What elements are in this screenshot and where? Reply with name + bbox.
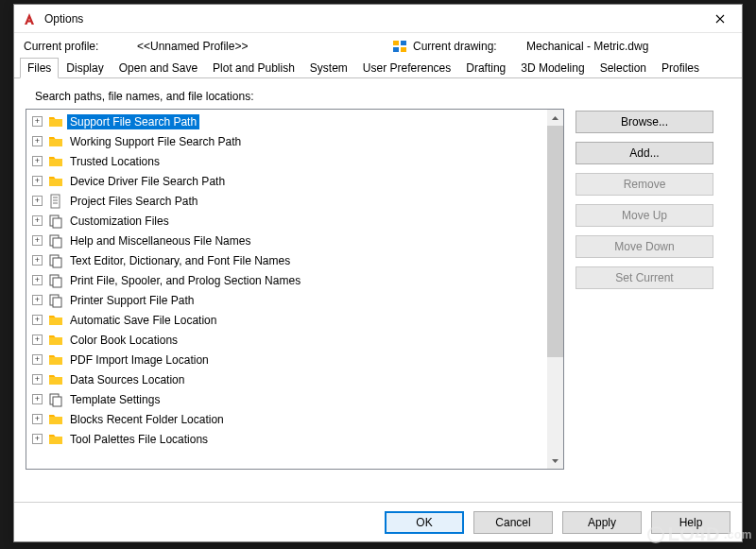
tab-drafting[interactable]: Drafting (458, 58, 513, 77)
expand-toggle[interactable]: + (32, 156, 43, 166)
tree-item-label: Printer Support File Path (67, 293, 197, 308)
tree-item[interactable]: +Help and Miscellaneous File Names (28, 231, 563, 250)
expand-toggle[interactable]: + (32, 374, 43, 385)
svg-rect-3 (401, 47, 406, 52)
tree-view[interactable]: +Support File Search Path+Working Suppor… (26, 109, 564, 470)
tree-item[interactable]: +Text Editor, Dictionary, and Font File … (28, 250, 563, 270)
tree-item[interactable]: +Printer Support File Path (28, 290, 563, 310)
expand-toggle[interactable]: + (32, 295, 43, 305)
folder-icon (48, 134, 63, 149)
tab-open-and-save[interactable]: Open and Save (112, 58, 205, 77)
tree-item[interactable]: +Customization Files (28, 211, 563, 231)
folder-icon (48, 372, 63, 387)
tree-item-label: Automatic Save File Location (67, 313, 219, 328)
header: Current profile: <<Unnamed Profile>> Cur… (14, 33, 742, 58)
tree-item-label: Blocks Recent Folder Location (67, 412, 227, 427)
expand-toggle[interactable]: + (32, 414, 43, 424)
tree-item[interactable]: +Tool Palettes File Locations (28, 429, 563, 449)
folder-icon (48, 432, 63, 447)
tree-item[interactable]: +Print File, Spooler, and Prolog Section… (28, 270, 563, 290)
tab-bar: FilesDisplayOpen and SavePlot and Publis… (14, 58, 742, 78)
profile-value: <<Unnamed Profile>> (137, 40, 392, 53)
expand-toggle[interactable]: + (32, 196, 43, 206)
move-up-button[interactable]: Move Up (576, 204, 713, 227)
expand-toggle[interactable]: + (32, 235, 43, 246)
folder-icon (48, 154, 63, 169)
tab-3d-modeling[interactable]: 3D Modeling (513, 58, 592, 77)
tab-selection[interactable]: Selection (593, 58, 654, 77)
tree-item[interactable]: +Working Support File Search Path (28, 131, 563, 151)
tree-item-label: PDF Import Image Location (67, 352, 212, 368)
svg-rect-17 (53, 298, 61, 307)
add-button[interactable]: Add... (576, 142, 713, 164)
ok-button[interactable]: OK (385, 511, 464, 534)
svg-rect-0 (393, 41, 399, 45)
tab-user-preferences[interactable]: User Preferences (355, 58, 458, 77)
tree-item-label: Template Settings (67, 392, 163, 407)
content-label: Search paths, file names, and file locat… (35, 90, 730, 103)
stack-icon (48, 214, 63, 229)
expand-toggle[interactable]: + (32, 354, 43, 365)
tree-item-label: Text Editor, Dictionary, and Font File N… (67, 253, 293, 268)
tree-item[interactable]: +Color Book Locations (28, 330, 563, 350)
tree-item[interactable]: +Device Driver File Search Path (28, 171, 563, 191)
browse-button[interactable]: Browse... (576, 111, 713, 133)
footer: OK Cancel Apply Help (14, 502, 742, 541)
folder-icon (48, 313, 63, 328)
tab-system[interactable]: System (302, 58, 355, 77)
tree-item[interactable]: +Support File Search Path (28, 112, 563, 131)
expand-toggle[interactable]: + (32, 275, 43, 285)
tree-item[interactable]: +PDF Import Image Location (28, 350, 563, 369)
drawing-value: Mechanical - Metric.dwg (526, 40, 648, 53)
expand-toggle[interactable]: + (32, 434, 43, 444)
scroll-track[interactable] (547, 126, 563, 453)
expand-toggle[interactable]: + (32, 315, 43, 325)
vertical-scrollbar[interactable] (547, 110, 563, 469)
doc-icon (48, 194, 63, 209)
tree-item-label: Support File Search Path (67, 114, 199, 129)
set-current-button[interactable]: Set Current (576, 266, 713, 289)
remove-button[interactable]: Remove (576, 173, 713, 196)
svg-rect-13 (53, 258, 61, 267)
close-button[interactable] (706, 9, 734, 29)
tab-display[interactable]: Display (59, 58, 111, 77)
app-icon (22, 11, 37, 26)
tree-item[interactable]: +Data Sources Location (28, 369, 563, 389)
tree-item[interactable]: +Template Settings (28, 389, 563, 409)
folder-icon (48, 412, 63, 427)
expand-toggle[interactable]: + (32, 394, 43, 404)
tab-plot-and-publish[interactable]: Plot and Publish (205, 58, 302, 77)
tab-profiles[interactable]: Profiles (654, 58, 707, 77)
svg-rect-1 (401, 41, 406, 45)
folder-icon (48, 114, 63, 129)
scroll-up-button[interactable] (547, 110, 563, 126)
folder-icon (48, 352, 63, 368)
expand-toggle[interactable]: + (32, 335, 43, 345)
cancel-button[interactable]: Cancel (473, 511, 553, 534)
help-button[interactable]: Help (651, 511, 730, 534)
svg-rect-11 (53, 238, 61, 248)
tree-item[interactable]: +Project Files Search Path (28, 191, 563, 211)
stack-icon (48, 253, 63, 268)
apply-button[interactable]: Apply (562, 511, 642, 534)
expand-toggle[interactable]: + (32, 116, 43, 127)
tree-item[interactable]: +Blocks Recent Folder Location (28, 409, 563, 429)
tab-files[interactable]: Files (20, 58, 59, 78)
tree-item[interactable]: +Trusted Locations (28, 151, 563, 171)
move-down-button[interactable]: Move Down (576, 235, 713, 258)
tree-item[interactable]: +Automatic Save File Location (28, 310, 563, 330)
tree-item-label: Working Support File Search Path (67, 134, 244, 149)
tree-item-label: Color Book Locations (67, 333, 180, 348)
expand-toggle[interactable]: + (32, 176, 43, 186)
tree-item-label: Print File, Spooler, and Prolog Section … (67, 273, 303, 288)
scroll-down-button[interactable] (547, 453, 563, 469)
chevron-up-icon (552, 116, 558, 120)
window-title: Options (44, 12, 706, 26)
drawing-icon (392, 39, 407, 54)
expand-toggle[interactable]: + (32, 215, 43, 226)
expand-toggle[interactable]: + (32, 136, 43, 146)
svg-rect-4 (51, 195, 60, 208)
scroll-thumb[interactable] (547, 126, 563, 357)
expand-toggle[interactable]: + (32, 255, 43, 266)
close-icon (715, 14, 725, 24)
